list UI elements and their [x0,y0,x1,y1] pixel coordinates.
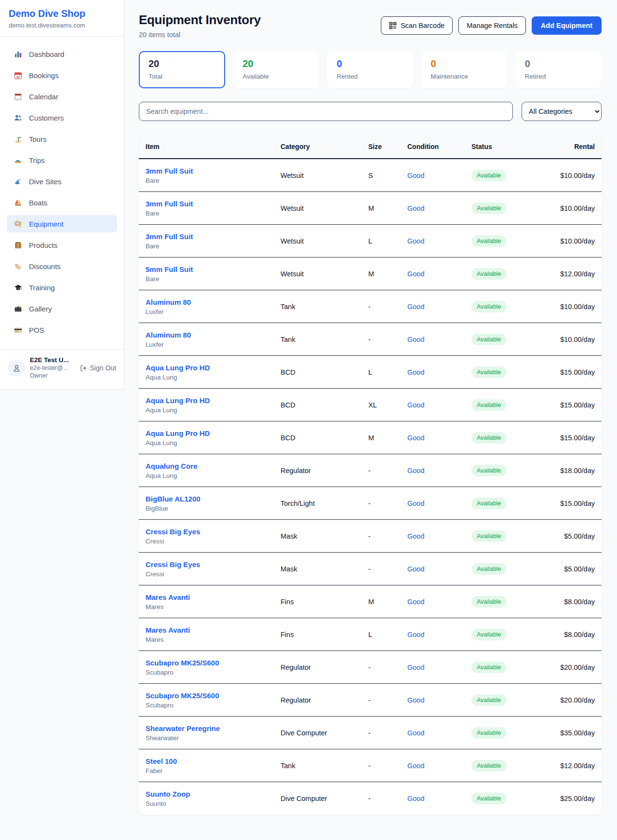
item-cell: Cressi Big Eyes Cressi [146,560,281,578]
condition-link[interactable]: Good [407,598,471,606]
sidebar-item-products[interactable]: Products [7,236,117,254]
manage-rentals-button[interactable]: Manage Rentals [458,16,526,35]
item-name-link[interactable]: Aqua Lung Pro HD [146,429,281,437]
header-actions: Scan Barcode Manage Rentals Add Equipmen… [381,16,602,35]
item-cell: Scubapro MK25/S600 Scubapro [146,691,281,709]
item-cell: Aqua Lung Pro HD Aqua Lung [146,429,281,447]
item-name-link[interactable]: Scubapro MK25/S600 [146,691,281,700]
sign-out-label: Sign Out [90,364,116,372]
sidebar-item-gallery[interactable]: Gallery [7,300,117,317]
item-name-link[interactable]: Aqua Lung Pro HD [146,396,281,405]
stat-card-available[interactable]: 20 Available [233,51,319,88]
item-name-link[interactable]: BigBlue AL1200 [146,495,281,503]
sidebar-item-discounts[interactable]: Discounts [7,257,117,275]
sidebar-item-equipment[interactable]: Equipment [7,215,117,232]
item-brand: Aqua Lung [146,439,281,447]
table-row: Aqualung Core Aqua Lung Regulator - Good… [139,454,602,487]
condition-link[interactable]: Good [407,762,471,770]
sidebar-item-tours[interactable]: Tours [7,130,117,148]
condition-link[interactable]: Good [407,795,471,802]
condition-link[interactable]: Good [407,368,471,376]
add-equipment-button[interactable]: Add Equipment [532,16,602,35]
category-cell: Tank [281,762,368,770]
table-row: Aluminum 80 Luxfer Tank - Good Available… [139,323,602,356]
sidebar-item-boats[interactable]: Boats [7,194,117,211]
item-name-link[interactable]: 5mm Full Suit [146,265,281,273]
condition-link[interactable]: Good [407,303,471,311]
condition-link[interactable]: Good [407,729,471,737]
equipment-table: Item Category Size Condition Status Rent… [139,135,602,815]
item-brand: Cressi [146,570,281,578]
sidebar-item-trips[interactable]: Trips [7,151,117,169]
rental-cell: $12.00/day [539,762,595,770]
item-name-link[interactable]: Cressi Big Eyes [146,528,281,536]
sidebar-item-bookings[interactable]: Bookings [7,67,117,84]
item-brand: Faber [146,767,281,774]
item-name-link[interactable]: Shearwater Peregrine [146,724,281,732]
sidebar-item-label: Calendar [29,93,58,101]
scan-barcode-label: Scan Barcode [401,22,444,29]
item-name-link[interactable]: Aluminum 80 [146,298,281,306]
size-cell: - [368,303,407,311]
sidebar-item-customers[interactable]: Customers [7,109,117,126]
condition-link[interactable]: Good [407,631,471,638]
item-cell: 5mm Full Suit Bare [146,265,281,283]
brand-name[interactable]: Demo Dive Shop [9,8,115,19]
condition-link[interactable]: Good [407,500,471,507]
item-name-link[interactable]: Suunto Zoop [146,790,281,798]
item-name-link[interactable]: Scubapro MK25/S600 [146,659,281,667]
manage-rentals-label: Manage Rentals [467,22,518,29]
item-name-link[interactable]: Aqualung Core [146,462,281,470]
condition-link[interactable]: Good [407,172,471,179]
category-cell: Mask [281,565,368,573]
stat-card-retired[interactable]: 0 Retired [515,51,602,88]
size-cell: - [368,336,407,343]
condition-link[interactable]: Good [407,401,471,409]
stat-card-maintenance[interactable]: 0 Maintenance [421,51,508,88]
size-cell: S [368,172,407,179]
rental-cell: $12.00/day [539,270,595,278]
size-cell: M [368,434,407,442]
item-name-link[interactable]: Cressi Big Eyes [146,560,281,569]
page-header: Equipment Inventory 20 items total Scan … [139,13,602,39]
item-name-link[interactable]: 3mm Full Suit [146,167,281,175]
category-filter[interactable]: All Categories [522,102,602,121]
condition-link[interactable]: Good [407,664,471,671]
condition-link[interactable]: Good [407,696,471,704]
sidebar: Demo Dive Shop demo.test.divestreams.com… [0,0,124,390]
condition-link[interactable]: Good [407,434,471,442]
condition-link[interactable]: Good [407,237,471,245]
condition-link[interactable]: Good [407,270,471,278]
sign-out-button[interactable]: Sign Out [80,364,116,372]
item-name-link[interactable]: Aqua Lung Pro HD [146,364,281,372]
item-name-link[interactable]: Steel 100 [146,757,281,765]
condition-link[interactable]: Good [407,532,471,540]
column-header-category: Category [281,143,368,150]
item-name-link[interactable]: Aluminum 80 [146,331,281,339]
sidebar-item-calendar[interactable]: Calendar [7,88,117,105]
search-input[interactable] [139,102,513,121]
condition-link[interactable]: Good [407,565,471,573]
stat-card-rented[interactable]: 0 Rented [327,51,413,88]
category-cell: Regulator [281,696,368,704]
table-row: 3mm Full Suit Bare Wetsuit M Good Availa… [139,192,602,225]
column-header-size: Size [368,143,407,150]
condition-link[interactable]: Good [407,467,471,474]
item-name-link[interactable]: Mares Avanti [146,593,281,601]
condition-link[interactable]: Good [407,336,471,343]
item-cell: Aluminum 80 Luxfer [146,331,281,348]
sidebar-item-pos[interactable]: POS [7,321,117,339]
item-brand: Shearwater [146,734,281,742]
scan-barcode-button[interactable]: Scan Barcode [381,16,453,35]
size-cell: - [368,532,407,540]
condition-link[interactable]: Good [407,204,471,212]
item-name-link[interactable]: Mares Avanti [146,626,281,634]
item-name-link[interactable]: 3mm Full Suit [146,232,281,241]
sidebar-item-training[interactable]: Training [7,279,117,296]
stat-label: Maintenance [431,73,498,80]
stat-card-total[interactable]: 20 Total [139,51,225,88]
status-cell: Available [471,596,539,608]
sidebar-item-dashboard[interactable]: Dashboard [7,45,117,63]
item-name-link[interactable]: 3mm Full Suit [146,200,281,208]
sidebar-item-dive-sites[interactable]: Dive Sites [7,173,117,190]
